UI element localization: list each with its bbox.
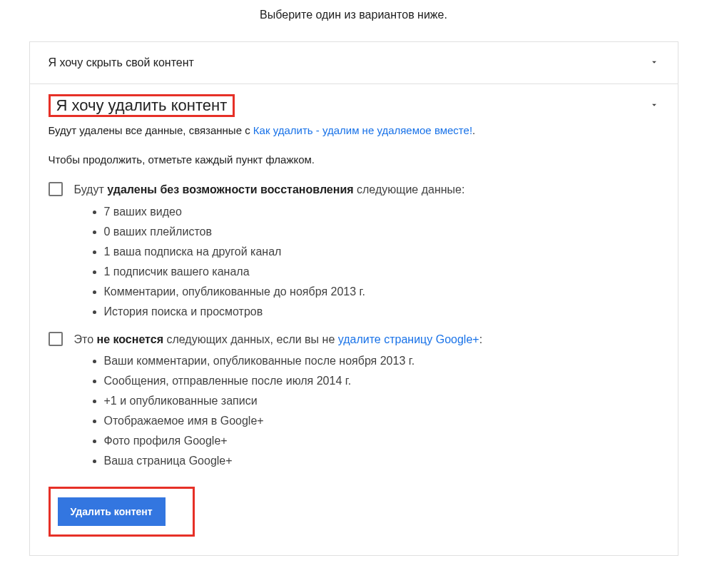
checklist-label-1: Будут удалены без возможности восстановл… (74, 181, 659, 199)
list-item: Отображаемое имя в Google+ (104, 411, 659, 431)
channel-link[interactable]: Как удалить - удалим не удаляемое вместе… (253, 124, 472, 136)
checklist-label-2: Это не коснется следующих данных, если в… (74, 330, 659, 349)
list-item: +1 и опубликованные записи (104, 391, 659, 411)
text-segment: . (472, 124, 475, 136)
list-item: Ваша страница Google+ (104, 451, 659, 471)
google-plus-link[interactable]: удалите страницу Google+ (338, 333, 479, 345)
delete-content-button[interactable]: Удалить контент (58, 497, 166, 526)
checklist-row-1: Будут удалены без возможности восстановл… (49, 181, 659, 329)
chevron-down-icon (649, 100, 659, 112)
text-segment: Это (74, 333, 97, 345)
bullet-list-2: Ваши комментарии, опубликованные после н… (74, 351, 659, 471)
list-item: 7 ваших видео (104, 202, 659, 222)
checklist-content-2: Это не коснется следующих данных, если в… (74, 330, 659, 479)
text-segment: следующих данных, если вы не (163, 333, 338, 345)
list-item: История поиска и просмотров (104, 302, 659, 322)
checklist-row-2: Это не коснется следующих данных, если в… (49, 330, 659, 479)
list-item: Фото профиля Google+ (104, 431, 659, 451)
highlight-box-button: Удалить контент (49, 487, 195, 537)
text-segment: Будут (74, 183, 108, 196)
accordion-delete-header[interactable]: Я хочу удалить контент (30, 84, 678, 123)
delete-description-line2: Чтобы продолжить, отметьте каждый пункт … (49, 152, 659, 168)
intro-text: Выберите один из вариантов ниже. (29, 0, 678, 41)
bold-text: удалены без возможности восстановления (107, 183, 353, 196)
accordion-delete-body: Будут удалены все данные, связанные с Ка… (30, 123, 678, 555)
chevron-down-icon (649, 57, 659, 69)
delete-description-line1: Будут удалены все данные, связанные с Ка… (49, 123, 659, 139)
bold-text: не коснется (97, 333, 163, 345)
list-item: Ваши комментарии, опубликованные после н… (104, 351, 659, 371)
text-segment: следующие данные: (354, 183, 465, 196)
bullet-list-1: 7 ваших видео 0 ваших плейлистов 1 ваша … (74, 202, 659, 322)
list-item: Сообщения, отправленные после июля 2014 … (104, 371, 659, 391)
accordion-hide-title: Я хочу скрыть свой контент (49, 56, 194, 69)
list-item: Комментарии, опубликованные до ноября 20… (104, 282, 659, 302)
accordion-hide-content: Я хочу скрыть свой контент (30, 42, 678, 84)
text-segment: : (479, 333, 482, 345)
checklist-content-1: Будут удалены без возможности восстановл… (74, 181, 659, 329)
list-item: 1 ваша подписка на другой канал (104, 242, 659, 262)
highlight-box-title: Я хочу удалить контент (49, 94, 235, 117)
accordion-delete-title: Я хочу удалить контент (51, 93, 233, 117)
accordion-delete-content: Я хочу удалить контент Будут удалены все… (30, 84, 678, 555)
list-item: 1 подписчик вашего канала (104, 262, 659, 282)
accordion-hide-header[interactable]: Я хочу скрыть свой контент (30, 42, 678, 83)
checkbox-permanent-delete[interactable] (49, 182, 63, 196)
list-item: 0 ваших плейлистов (104, 222, 659, 242)
checkbox-not-affected[interactable] (49, 332, 63, 346)
options-card: Я хочу скрыть свой контент Я хочу удалит… (29, 41, 678, 556)
text-segment: Будут удалены все данные, связанные с (49, 124, 253, 136)
